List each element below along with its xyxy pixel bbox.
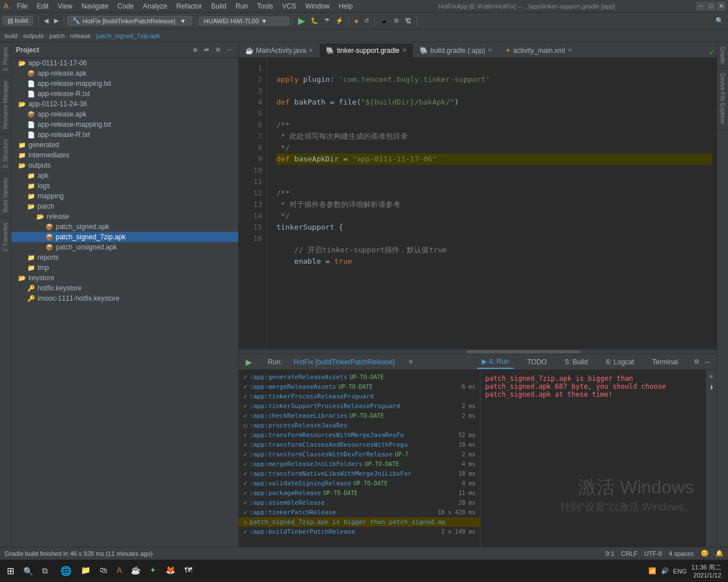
breadcrumb-file[interactable]: patch_signed_7zip.apk <box>96 32 160 39</box>
device-dropdown[interactable]: HUAWEI HWI-TL00 ▼ <box>198 16 289 26</box>
run-task-item[interactable]: ✓:app:checkReleaseLibrariesUP-TO-DATE2 m… <box>239 411 480 421</box>
tab-activity-main[interactable]: ✦ activity_main.xml ✕ <box>499 43 578 57</box>
run-config-dropdown[interactable]: 🔧 HotFix [buildTinkerPatchRelease] ▼ <box>67 16 192 26</box>
indent[interactable]: 4 spaces <box>669 550 694 557</box>
forward-button[interactable]: ▶ <box>52 16 61 26</box>
run-task-item[interactable]: ✓:app:assembleRelease28 ms <box>239 498 480 508</box>
sync-button[interactable]: ↺ <box>362 16 371 26</box>
tab-tinker-support[interactable]: 🐘 tinker-support.gradle ✕ <box>320 43 412 57</box>
tree-item[interactable]: 📂patch <box>11 201 238 211</box>
tree-item[interactable]: 🔑imooc-1111-hotfix.keystore <box>11 293 238 304</box>
run-button[interactable]: ▶ <box>296 14 307 27</box>
menu-view[interactable]: View <box>53 1 77 11</box>
task-view-button[interactable]: ⧉ <box>38 564 52 578</box>
close-button[interactable]: ✕ <box>717 2 726 11</box>
bottom-tab-logcat[interactable]: 6: Logcat <box>601 356 638 368</box>
menu-analyze[interactable]: Analyze <box>138 1 172 11</box>
tree-item[interactable]: 🔑hotfix.keystore <box>11 283 238 293</box>
project-tab[interactable]: 1: Project <box>1 42 10 76</box>
project-dropdown[interactable]: ▤ build <box>2 16 33 26</box>
menu-tools[interactable]: Tools <box>253 1 278 11</box>
device-file-explorer-tab[interactable]: Device File Explorer <box>718 69 727 129</box>
tree-item[interactable]: 📄app-release-R.txt <box>11 130 238 140</box>
breadcrumb-patch[interactable]: patch <box>49 32 65 39</box>
project-structure-button[interactable]: 🏗 <box>403 16 413 26</box>
menu-help[interactable]: Help <box>334 1 357 11</box>
taskbar-java[interactable]: ☕ <box>127 563 144 579</box>
menu-navigate[interactable]: Navigate <box>77 1 113 11</box>
run-task-item[interactable]: ✓:app:transformClassesWithDexForReleaseU… <box>239 450 480 459</box>
breadcrumb-outputs[interactable]: outputs <box>23 32 44 39</box>
taskbar-firefox[interactable]: 🦊 <box>162 563 179 579</box>
gradle-side-tab[interactable]: Gradle <box>718 42 727 69</box>
menu-code[interactable]: Code <box>113 1 139 11</box>
start-button[interactable]: ⊞ <box>2 563 19 579</box>
panel-settings-button[interactable]: ⚙ <box>692 357 702 367</box>
tree-item[interactable]: 📄app-release-mapping.txt <box>11 78 238 89</box>
tree-item[interactable]: 📦app-release.apk <box>11 68 238 78</box>
back-button[interactable]: ◀ <box>42 16 51 26</box>
charset[interactable]: UTF-8 <box>644 550 662 557</box>
tree-item[interactable]: 📦patch_signed.apk <box>11 222 238 232</box>
tree-item[interactable]: 📂release <box>11 211 238 222</box>
menu-file[interactable]: File <box>12 1 32 11</box>
run-task-item[interactable]: ✓:app:packageReleaseUP-TO-DATE11 ms <box>239 488 480 498</box>
project-add-button[interactable]: ⊕ <box>191 45 200 54</box>
run-task-item[interactable]: ✓:app:tinkerProcessReleaseProguard <box>239 392 480 401</box>
app-icon[interactable]: A <box>0 1 12 11</box>
tree-item[interactable]: 📂keystore <box>11 273 238 283</box>
language-button[interactable]: ENG <box>673 568 687 575</box>
tree-item[interactable]: 📂app-0111-11-17-06 <box>11 58 238 68</box>
run-task-item[interactable]: ✓:app:transformResourcesWithMergeJavaRes… <box>239 430 480 440</box>
tree-item[interactable]: 📁tmp <box>11 263 238 273</box>
run-task-item[interactable]: ✓:app:validateSigningReleaseUP-TO-DATE4 … <box>239 479 480 488</box>
line-ending[interactable]: CRLF <box>621 550 638 557</box>
breadcrumb-build[interactable]: build <box>5 32 18 39</box>
run-task-item[interactable]: ✓:app:mergeReleaseJniLibFoldersUP-TO-DAT… <box>239 459 480 469</box>
tree-item[interactable]: 📦patch_signed_7zip.apk <box>11 232 238 242</box>
menu-edit[interactable]: Edit <box>32 1 53 11</box>
sdk-button[interactable]: ⚙ <box>391 16 402 26</box>
panel-minimize-button[interactable]: ─ <box>703 357 712 367</box>
run-task-item[interactable]: ✓:app:transformNativeLibsWithMergeJniLib… <box>239 469 480 479</box>
search-button[interactable]: 🔍 <box>713 16 726 26</box>
tree-item[interactable]: 📦app-release.apk <box>11 109 238 119</box>
maximize-button[interactable]: □ <box>706 2 715 11</box>
menu-build[interactable]: Build <box>206 1 231 11</box>
debug-button[interactable]: 🐛 <box>308 16 321 26</box>
h-scrollbar[interactable] <box>239 349 717 354</box>
tree-item[interactable]: 📁logs <box>11 181 238 191</box>
bottom-tab-terminal[interactable]: Terminal <box>648 356 682 368</box>
stop-button[interactable]: ■ <box>352 16 361 26</box>
filter-button[interactable]: ≡ <box>708 372 715 381</box>
code-content[interactable]: apply plugin: 'com.tencent.bugly.tinker-… <box>267 58 717 349</box>
code-editor[interactable]: 1 2 3 4 5 6 7 8 9 10 11 12 13 14 15 16 <box>239 58 717 349</box>
run-task-item[interactable]: ○:app:processReleaseJavaRes <box>239 421 480 430</box>
run-task-item[interactable]: ✓:app:tinkerPatchRelease18 s 420 ms <box>239 508 480 517</box>
tree-item[interactable]: 📂app-0112-11-24-38 <box>11 99 238 109</box>
tree-item[interactable]: 📄app-release-mapping.txt <box>11 119 238 130</box>
tab-mainactivity[interactable]: ☕ MainActivity.java ✕ <box>239 43 319 57</box>
project-minimize-button[interactable]: ─ <box>225 45 234 54</box>
profile-button[interactable]: ⚡ <box>333 16 346 26</box>
tree-item[interactable]: 📁intermediates <box>11 150 238 160</box>
menu-run[interactable]: Run <box>231 1 253 11</box>
run-config-close-button[interactable]: ✕ <box>406 357 415 366</box>
tree-item[interactable]: 📁apk <box>11 171 238 181</box>
tab-buildgradle[interactable]: 🐘 build.gradle (:app) ✕ <box>413 43 499 57</box>
tree-item[interactable]: 📦patch_unsigned.apk <box>11 242 238 252</box>
project-settings-button[interactable]: ⚙ <box>213 45 223 54</box>
tree-item[interactable]: 📁generated <box>11 140 238 150</box>
bottom-tab-build[interactable]: 5: Build <box>560 356 592 368</box>
breadcrumb-release[interactable]: release <box>70 32 90 39</box>
run-task-item[interactable]: ⚠patch_signed_7zip.apk is bigger than pa… <box>239 517 480 527</box>
taskbar-intellij[interactable]: A <box>113 563 125 579</box>
run-task-item[interactable]: ✓:app:generateReleaseAssetsUP-TO-DATE <box>239 372 480 382</box>
avd-button[interactable]: 📱 <box>378 16 390 26</box>
tab-close2-icon[interactable]: ✕ <box>487 47 492 53</box>
tab-close-active-icon[interactable]: ✕ <box>402 47 407 53</box>
run-task-item[interactable]: ✓:app:transformClassesAndResourcesWithPr… <box>239 440 480 450</box>
taskbar-files[interactable]: 📁 <box>77 563 94 579</box>
menu-refactor[interactable]: Refactor <box>172 1 206 11</box>
coverage-button[interactable]: ☂ <box>322 16 332 26</box>
